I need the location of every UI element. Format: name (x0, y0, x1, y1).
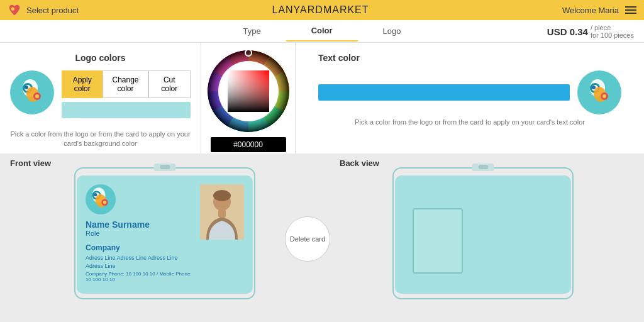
card-stripe (413, 208, 463, 274)
text-color-title: Text color (318, 53, 360, 63)
svg-point-5 (25, 86, 28, 89)
header-left: Select product (8, 3, 79, 17)
card-logo-svg (86, 184, 116, 214)
logo-svg (15, 75, 50, 110)
color-wheel-container[interactable] (208, 50, 289, 132)
hamburger-menu[interactable] (625, 6, 636, 14)
cut-color-button[interactable]: Cut color (148, 70, 191, 98)
front-view-label: Front view (10, 158, 51, 168)
svg-point-33 (213, 190, 231, 201)
card-role: Role (86, 230, 194, 237)
person-silhouette (200, 184, 244, 240)
card-company: Company (86, 243, 194, 252)
select-product-label[interactable]: Select product (26, 6, 79, 15)
delete-card-button[interactable]: Delete card (285, 216, 330, 262)
header: Select product LANYARDMARKET Welcome Mar… (0, 0, 644, 20)
svg-point-0 (11, 7, 15, 11)
card-content-left: Name Surname Role Company Adress Line Ad… (86, 184, 194, 285)
card-name: Name Surname (86, 219, 194, 230)
price-tag: USD 0.34 / piecefor 100 pieces (537, 20, 644, 43)
holder-notch-front (154, 164, 176, 171)
tab-type[interactable]: Type (218, 21, 286, 41)
holder-hole-back (478, 165, 488, 169)
header-right: Welcome Maria (562, 6, 636, 15)
svg-point-30 (103, 201, 106, 204)
tab-color[interactable]: Color (286, 21, 358, 42)
card-address: Adress Line Adress Line Adress Line Adre… (86, 254, 194, 270)
back-view-label: Back view (340, 158, 379, 168)
logo-preview-circle (10, 70, 54, 114)
svg-point-27 (94, 193, 97, 196)
logo-svg-right (582, 75, 617, 110)
logo-colors-title: Logo colors (75, 53, 125, 63)
change-color-button[interactable]: Change color (103, 70, 148, 98)
color-wheel[interactable] (208, 50, 289, 132)
welcome-text: Welcome Maria (562, 6, 619, 15)
logo-action-buttons: Apply color Change color Cut color #a4e1… (62, 70, 191, 118)
logo-btn-row: Apply color Change color Cut color (62, 70, 191, 98)
brand-name: LANYARDMARKET (272, 4, 369, 16)
holder-notch-back (472, 164, 494, 171)
logo-color-input[interactable]: #a4e1e0 (62, 102, 191, 118)
svg-point-8 (35, 94, 39, 98)
text-color-row: #25aae1 (306, 70, 634, 114)
holder-hole-front (160, 165, 170, 169)
apply-color-button[interactable]: Apply color (62, 70, 103, 98)
svg-rect-13 (228, 70, 269, 112)
tabs-bar: Type Color Logo USD 0.34 / piecefor 100 … (0, 20, 644, 43)
svg-point-22 (602, 94, 606, 98)
text-color-hint: Pick a color from the logo or from the c… (342, 118, 597, 126)
back-card (395, 175, 571, 294)
color-hex-value: #000000 (211, 137, 286, 152)
card-photo (200, 184, 244, 240)
svg-rect-34 (218, 209, 226, 218)
logo-preview-area: Apply color Change color Cut color #a4e1… (10, 70, 191, 118)
brand-icon (8, 3, 21, 17)
logo-color-hint: Pick a color from the logo or from the c… (10, 130, 191, 149)
text-color-input[interactable]: #25aae1 (318, 84, 570, 101)
svg-point-19 (592, 86, 596, 89)
logo-preview-right (577, 70, 621, 114)
tab-logo[interactable]: Logo (358, 21, 426, 41)
price-per: / piecefor 100 pieces (591, 24, 634, 39)
front-card: Name Surname Role Company Adress Line Ad… (77, 175, 253, 294)
card-phone: Company Phone: 10 100 10 10 / Mobile Pho… (86, 271, 194, 282)
card-logo-small (86, 184, 116, 214)
price-value: USD 0.34 (547, 26, 588, 37)
